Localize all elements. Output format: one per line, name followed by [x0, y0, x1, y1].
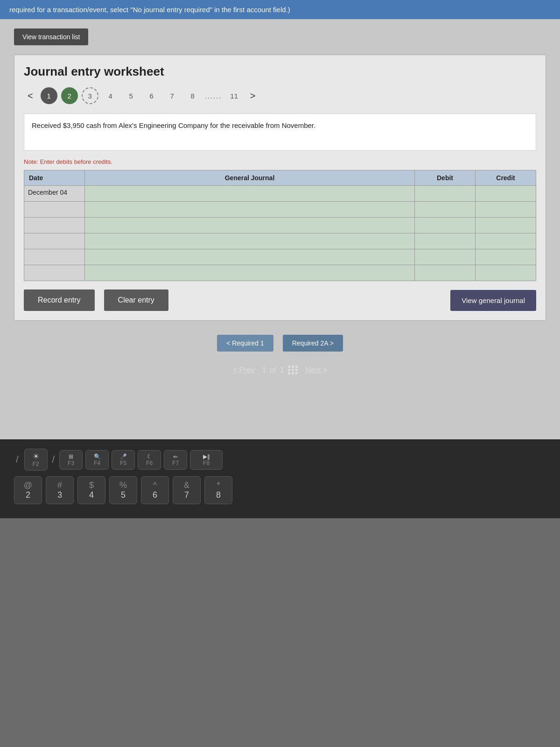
- tab-navigation: < 1 2 3 4 5 6 7 8: [24, 87, 536, 104]
- journal-entry-cell-5[interactable]: [85, 249, 415, 265]
- f8-label: F8: [195, 460, 217, 466]
- date-empty-6: [24, 265, 85, 281]
- f3-label: F3: [64, 460, 77, 466]
- slash-key: /: [16, 454, 19, 465]
- tab-next-arrow[interactable]: >: [246, 89, 259, 103]
- grid-view-icon[interactable]: [288, 366, 298, 374]
- table-row: [24, 233, 536, 249]
- date-empty-3: [24, 218, 85, 233]
- date-empty-2: [24, 202, 85, 218]
- asterisk-symbol: *: [211, 480, 225, 490]
- num-2: 2: [21, 490, 35, 500]
- table-row: [24, 202, 536, 218]
- moon-key[interactable]: ☾ F6: [138, 450, 161, 470]
- tab-dots: ......: [205, 92, 222, 100]
- current-page: 1: [262, 366, 266, 374]
- debit-cell-1[interactable]: [415, 186, 476, 202]
- key-8[interactable]: * 8: [204, 476, 232, 504]
- main-content: View transaction list Journal entry work…: [0, 19, 560, 439]
- prev-button[interactable]: < Prev: [233, 366, 254, 374]
- brightness-key[interactable]: ☀ F2: [24, 449, 48, 471]
- action-buttons: Record entry Clear entry View general jo…: [24, 289, 536, 311]
- key-6[interactable]: ^ 6: [141, 476, 169, 504]
- total-pages: 1: [280, 366, 284, 374]
- credit-cell-4[interactable]: [476, 233, 536, 249]
- tab-8[interactable]: 8: [184, 87, 201, 104]
- record-entry-button[interactable]: Record entry: [24, 289, 95, 311]
- caret-symbol: ^: [148, 480, 162, 490]
- tab-4[interactable]: 4: [102, 87, 119, 104]
- f5-label: F5: [117, 460, 130, 466]
- clear-entry-button[interactable]: Clear entry: [104, 289, 168, 311]
- debit-cell-4[interactable]: [415, 233, 476, 249]
- tab-3[interactable]: 3: [82, 87, 98, 104]
- credit-cell-5[interactable]: [476, 249, 536, 265]
- required-1-label: < Required 1: [226, 339, 264, 347]
- tab-5[interactable]: 5: [123, 87, 140, 104]
- playpause-key[interactable]: ▶‖ F8: [190, 450, 223, 470]
- prev-label: Prev: [239, 366, 255, 374]
- brightness-icon: ☀: [29, 452, 42, 461]
- credit-cell-1[interactable]: [476, 186, 536, 202]
- journal-table: Date General Journal Debit Credit Decemb…: [24, 170, 536, 281]
- debit-cell-3[interactable]: [415, 218, 476, 233]
- at-symbol: @: [21, 480, 35, 490]
- tab-1[interactable]: 1: [41, 87, 57, 104]
- key-7[interactable]: & 7: [173, 476, 201, 504]
- journal-entry-cell-6[interactable]: [85, 265, 415, 281]
- worksheet-container: Journal entry worksheet < 1 2 3 4 5 6: [14, 55, 546, 321]
- journal-entry-cell-4[interactable]: [85, 233, 415, 249]
- view-transaction-button[interactable]: View transaction list: [14, 28, 88, 45]
- num-8: 8: [211, 490, 225, 500]
- debit-cell-2[interactable]: [415, 202, 476, 218]
- playpause-icon: ▶‖: [195, 453, 217, 460]
- required-2a-label: Required 2A >: [292, 339, 334, 347]
- debit-cell-6[interactable]: [415, 265, 476, 281]
- f6-label: F6: [143, 460, 156, 466]
- credit-cell-2[interactable]: [476, 202, 536, 218]
- search-icon: 🔍: [91, 453, 104, 460]
- key-4[interactable]: $ 4: [77, 476, 105, 504]
- mic-key[interactable]: 🎤 F5: [112, 450, 135, 470]
- credit-cell-6[interactable]: [476, 265, 536, 281]
- required-1-button[interactable]: < Required 1: [217, 335, 273, 352]
- num-3: 3: [53, 490, 67, 500]
- num-5: 5: [116, 490, 130, 500]
- mic-icon: 🎤: [117, 453, 130, 460]
- tab-11[interactable]: 11: [226, 87, 243, 104]
- keyboard-area: / ☀ F2 / ⊞ F3 🔍 F4 🎤 F5 ☾ F6: [0, 439, 560, 518]
- view-general-journal-button[interactable]: View general journal: [450, 290, 536, 311]
- tab-prev-arrow[interactable]: <: [24, 89, 37, 103]
- date-empty-4: [24, 233, 85, 249]
- journal-entry-cell-2[interactable]: [85, 202, 415, 218]
- debit-cell-5[interactable]: [415, 249, 476, 265]
- key-5[interactable]: % 5: [109, 476, 137, 504]
- note-text: Note: Enter debits before credits.: [24, 158, 536, 165]
- table-row: [24, 265, 536, 281]
- num-7: 7: [180, 490, 194, 500]
- credit-cell-3[interactable]: [476, 218, 536, 233]
- next-label: Next: [306, 366, 321, 374]
- search-key[interactable]: 🔍 F4: [85, 450, 109, 470]
- col-header-credit: Credit: [476, 170, 536, 186]
- key-2[interactable]: @ 2: [14, 476, 42, 504]
- table-row: [24, 249, 536, 265]
- next-arrow-icon: >: [322, 366, 327, 374]
- top-bar-text: required for a transaction/event, select…: [9, 6, 290, 14]
- required-2a-button[interactable]: Required 2A >: [283, 335, 343, 352]
- journal-entry-cell-3[interactable]: [85, 218, 415, 233]
- tab-7[interactable]: 7: [164, 87, 181, 104]
- f4-label: F4: [91, 460, 104, 466]
- top-bar: required for a transaction/event, select…: [0, 0, 560, 19]
- tab-6[interactable]: 6: [143, 87, 160, 104]
- percent-symbol: %: [116, 480, 130, 490]
- rewind-key[interactable]: ⇐ F7: [164, 450, 187, 470]
- journal-entry-cell-1[interactable]: [85, 186, 415, 202]
- description-box: Received $3,950 cash from Alex's Enginee…: [24, 113, 536, 151]
- key-3[interactable]: # 3: [46, 476, 74, 504]
- num-6: 6: [148, 490, 162, 500]
- grid-key[interactable]: ⊞ F3: [59, 450, 83, 470]
- next-button[interactable]: Next >: [306, 366, 327, 374]
- tab-2[interactable]: 2: [61, 87, 78, 104]
- of-label: of: [270, 366, 276, 374]
